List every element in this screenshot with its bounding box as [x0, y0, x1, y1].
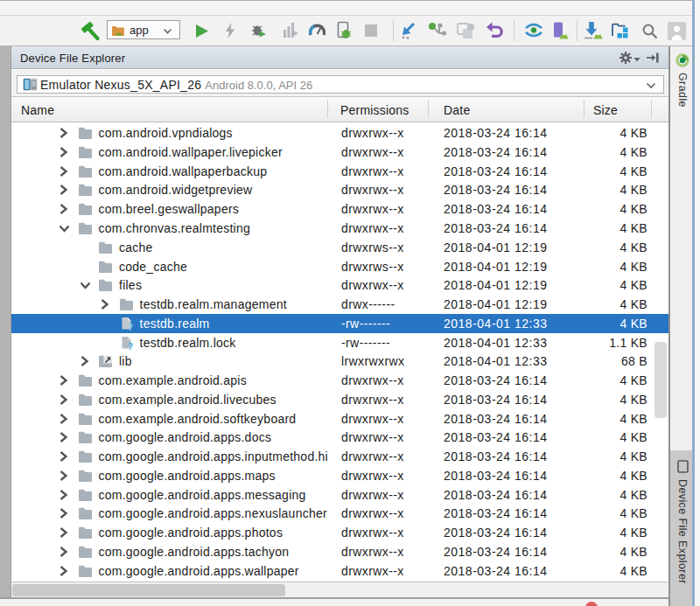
svg-text:?: ? — [128, 341, 133, 350]
svg-text:?: ? — [128, 322, 133, 331]
